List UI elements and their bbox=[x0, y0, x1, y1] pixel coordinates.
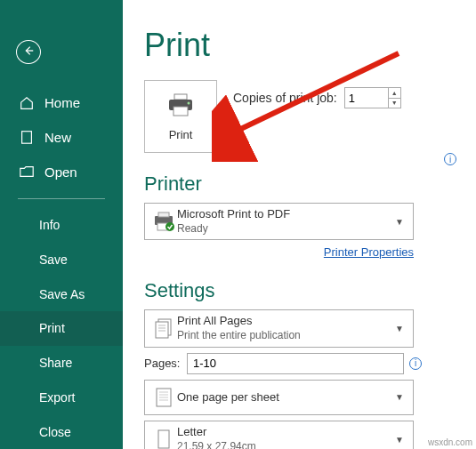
info-icon[interactable]: i bbox=[409, 357, 422, 370]
svg-point-8 bbox=[165, 222, 174, 231]
settings-section-title: Settings bbox=[144, 279, 455, 302]
sidebar-label: Save As bbox=[39, 287, 85, 301]
printer-name: Microsoft Print to PDF bbox=[177, 207, 391, 222]
printer-properties-link[interactable]: Printer Properties bbox=[324, 245, 414, 259]
paper-dropdown[interactable]: Letter 21.59 x 27.94cm ▼ bbox=[144, 421, 414, 449]
range-sub: Print the entire publication bbox=[177, 329, 391, 343]
svg-rect-6 bbox=[158, 212, 169, 217]
main-panel: Print Print Copies of print job: ▲ ▼ bbox=[123, 0, 476, 449]
sidebar-item-saveas[interactable]: Save As bbox=[0, 277, 123, 311]
range-title: Print All Pages bbox=[177, 314, 391, 329]
spinner-down-icon[interactable]: ▼ bbox=[389, 99, 400, 108]
printer-icon bbox=[165, 92, 196, 121]
backstage-sidebar: Home New Open Info Save Save As Print Sh… bbox=[0, 0, 123, 449]
paper-size-icon bbox=[150, 428, 177, 449]
new-icon bbox=[18, 128, 36, 146]
sidebar-label: Save bbox=[39, 253, 68, 267]
sidebar-label: New bbox=[44, 130, 71, 145]
print-range-dropdown[interactable]: Print All Pages Print the entire publica… bbox=[144, 309, 414, 347]
sidebar-item-info[interactable]: Info bbox=[0, 208, 123, 243]
sidebar-item-export[interactable]: Export bbox=[0, 380, 123, 414]
sidebar-label: Close bbox=[39, 425, 71, 439]
paper-sub: 21.59 x 27.94cm bbox=[177, 440, 391, 449]
svg-point-4 bbox=[188, 101, 190, 104]
sidebar-label: Open bbox=[44, 164, 77, 180]
sidebar-label: Home bbox=[44, 95, 80, 110]
svg-rect-0 bbox=[22, 132, 32, 144]
info-icon[interactable]: i bbox=[444, 153, 456, 165]
print-button[interactable]: Print bbox=[144, 80, 217, 153]
sidebar-divider bbox=[18, 198, 105, 199]
printer-status-icon bbox=[150, 211, 177, 232]
chevron-down-icon: ▼ bbox=[391, 435, 407, 445]
pages-label: Pages: bbox=[144, 357, 187, 370]
copies-input[interactable] bbox=[344, 87, 389, 108]
chevron-down-icon: ▼ bbox=[391, 324, 407, 333]
layout-title: One page per sheet bbox=[177, 390, 391, 405]
printer-dropdown[interactable]: Microsoft Print to PDF Ready ▼ bbox=[144, 203, 414, 240]
svg-rect-19 bbox=[158, 430, 169, 448]
page-title: Print bbox=[144, 27, 455, 64]
sidebar-item-share[interactable]: Share bbox=[0, 346, 123, 381]
copies-spinner[interactable]: ▲ ▼ bbox=[389, 87, 401, 108]
sidebar-label: Share bbox=[39, 356, 72, 370]
sidebar-item-print[interactable]: Print bbox=[0, 311, 123, 346]
home-icon bbox=[18, 94, 36, 112]
sidebar-label: Info bbox=[39, 218, 60, 232]
sidebar-item-home[interactable]: Home bbox=[0, 85, 123, 120]
back-arrow-icon bbox=[22, 44, 35, 60]
paper-title: Letter bbox=[177, 425, 391, 440]
copies-label: Copies of print job: bbox=[233, 91, 337, 105]
layout-dropdown[interactable]: One page per sheet ▼ bbox=[144, 380, 414, 415]
pages-icon bbox=[150, 317, 177, 341]
sidebar-item-open[interactable]: Open bbox=[0, 155, 123, 189]
printer-status: Ready bbox=[177, 222, 391, 237]
svg-rect-3 bbox=[173, 107, 188, 116]
svg-rect-1 bbox=[174, 94, 187, 100]
chevron-down-icon: ▼ bbox=[391, 217, 407, 227]
printer-section-title: Printer bbox=[144, 172, 455, 196]
sidebar-item-close[interactable]: Close bbox=[0, 414, 123, 449]
print-button-label: Print bbox=[169, 128, 193, 141]
watermark: wsxdn.com bbox=[428, 437, 472, 447]
spinner-up-icon[interactable]: ▲ bbox=[389, 88, 400, 99]
sidebar-item-new[interactable]: New bbox=[0, 120, 123, 155]
page-layout-icon bbox=[150, 386, 177, 409]
chevron-down-icon: ▼ bbox=[391, 392, 407, 402]
pages-input[interactable] bbox=[187, 353, 404, 374]
back-button[interactable] bbox=[16, 40, 41, 64]
sidebar-item-save[interactable]: Save bbox=[0, 242, 123, 277]
svg-rect-10 bbox=[156, 322, 168, 338]
open-icon bbox=[18, 163, 36, 180]
sidebar-label: Print bbox=[39, 321, 65, 335]
sidebar-label: Export bbox=[39, 390, 75, 405]
